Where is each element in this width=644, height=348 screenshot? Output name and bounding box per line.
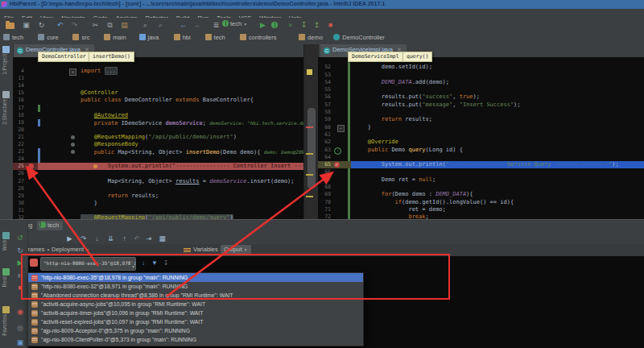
redo-icon[interactable]: ↷	[69, 20, 80, 31]
tool-window-icon-favorites[interactable]	[2, 306, 10, 313]
code-line-68[interactable]: 68	[318, 184, 644, 191]
code-line-53[interactable]: 53	[318, 72, 644, 79]
code-line-28[interactable]: 28	[13, 185, 303, 193]
editor-democontroller[interactable]: 4+import ...131415@Controller16public cl…	[13, 57, 303, 220]
breadcrumb-core[interactable]: core	[38, 34, 59, 43]
stop-icon[interactable]: ■	[325, 20, 336, 31]
step-over-icon[interactable]: ↷	[78, 234, 89, 243]
code-line-16[interactable]: 16public class DemoController extends Ba…	[13, 97, 303, 104]
breakpoint-icon[interactable]: ✓	[334, 162, 340, 168]
scrollbar-thumb[interactable]	[308, 108, 316, 188]
code-line-4[interactable]: 4+import ...	[13, 68, 303, 75]
code-line-64[interactable]: 64	[318, 154, 644, 161]
code-line-55[interactable]: 55	[318, 86, 644, 93]
stop-icon[interactable]: ■	[15, 283, 25, 292]
code-line-20[interactable]: 20	[13, 126, 303, 134]
export-icon[interactable]: ↧	[161, 259, 171, 268]
save-icon[interactable]: ▣	[21, 20, 31, 31]
vcs-update-icon[interactable]: ↧	[299, 20, 309, 31]
breadcrumb-java[interactable]: java	[139, 34, 159, 43]
breadcrumb-democontroller[interactable]: DemoController	[333, 34, 385, 43]
open-icon[interactable]	[6, 23, 14, 29]
mute-breakpoints-icon[interactable]: ◎	[15, 323, 25, 333]
next-occurrence-icon[interactable]: ↓	[138, 259, 148, 268]
thread-selector-dropdown[interactable]: "http-nio-8080-exec-35"@18,978 in group …	[40, 257, 136, 271]
settings-icon[interactable]: ≣	[211, 20, 221, 31]
code-line-70[interactable]: 70 if(demo.getId().longValue() == id){	[318, 199, 644, 206]
code-line-57[interactable]: 57 results.put("message", "Insert Succes…	[318, 102, 644, 109]
undo-icon[interactable]: ↶	[55, 20, 65, 31]
back-icon[interactable]: ←	[178, 20, 188, 31]
thread-row[interactable]: "ajp-nio-8009-Acceptor-0"@5,375 in group…	[28, 326, 363, 335]
run-with-coverage-icon[interactable]: »	[285, 20, 295, 31]
step-into-icon[interactable]: ↓	[92, 234, 102, 243]
breadcrumb-method-right[interactable]: query()	[402, 52, 432, 62]
breadcrumb-tech[interactable]: tech	[3, 34, 23, 43]
tool-window-button-rest[interactable]: Rest	[2, 276, 7, 287]
code-line-69[interactable]: 69 for(Demo demo : DEMO_DATA){	[318, 191, 644, 198]
breadcrumb-demo[interactable]: demo	[299, 34, 323, 43]
force-step-into-icon[interactable]: ⇊	[105, 234, 116, 243]
editor-demoserviceimpl[interactable]: 52 demo.setId(id);5354 DEMO_DATA.add(dem…	[318, 57, 644, 220]
code-line-30[interactable]: 30 }	[13, 200, 303, 207]
code-line-61[interactable]: 61	[318, 131, 644, 139]
code-line-23[interactable]: 23 public Map<String, Object> insertDemo…	[13, 148, 303, 155]
find-icon[interactable]: ⌕	[140, 20, 151, 31]
tab-deployment[interactable]: Deployment ▼	[52, 246, 89, 253]
code-line-60[interactable]: 60− }	[318, 124, 644, 131]
breadcrumb-main[interactable]: main	[104, 34, 126, 43]
breadcrumb-controllers[interactable]: controllers	[240, 34, 277, 43]
breadcrumb-class-right[interactable]: DemoServiceImpl	[348, 52, 403, 62]
tool-window-button-web[interactable]: Web	[2, 240, 7, 251]
restore-layout-icon[interactable]: ▣	[15, 338, 25, 347]
breadcrumb-src[interactable]: src	[72, 34, 89, 43]
code-line-21[interactable]: 21 @RequestMapping("/api/public/demo/ins…	[13, 134, 303, 141]
rerun-icon[interactable]: ↺	[15, 233, 25, 242]
view-breakpoints-icon[interactable]: ◉	[15, 307, 25, 317]
code-line-65[interactable]: 65✓ System.out.println("----------------…	[318, 161, 644, 168]
code-line-14[interactable]: 14	[13, 82, 303, 89]
thread-row[interactable]: "ajp-nio-8009-ClientPoller-0"@5,373 in g…	[28, 335, 363, 344]
thread-row[interactable]: "activiti-acquire-timer-jobs"@10,096 in …	[28, 309, 363, 317]
step-out-icon[interactable]: ↑	[119, 234, 130, 243]
run-icon[interactable]: ▶	[258, 20, 268, 31]
code-line-25[interactable]: 25 System.out.println("---------------- …	[13, 163, 303, 170]
code-line-59[interactable]: 59 return results;	[318, 116, 644, 123]
breadcrumb-method-left[interactable]: insertDemo()	[89, 52, 134, 62]
thread-row[interactable]: "http-nio-8080-exec-32"@18,971 in group …	[28, 282, 363, 291]
run-to-cursor-icon[interactable]: ⇥	[143, 234, 154, 243]
code-line-29[interactable]: 29 return results;	[13, 193, 303, 200]
breadcrumb-class-left[interactable]: DemoController	[38, 52, 90, 62]
thread-row[interactable]: "Abandoned connection cleanup thread"@8,…	[28, 291, 363, 300]
thread-row[interactable]: "activiti-acquire-async-jobs"@10,095 in …	[28, 300, 363, 309]
code-line-62[interactable]: 62 @Override	[318, 139, 644, 146]
code-line-54[interactable]: 54 DEMO_DATA.add(demo);	[318, 79, 644, 86]
code-line-31[interactable]: 31	[13, 207, 303, 214]
debug-icon[interactable]	[271, 22, 278, 28]
tool-window-icon-web[interactable]	[2, 232, 10, 239]
refresh-icon[interactable]: ↻	[15, 246, 25, 255]
tab-variables[interactable]: Variables ▼	[193, 246, 224, 253]
code-line-66[interactable]: 66	[318, 168, 644, 176]
evaluate-expression-icon[interactable]: ▦	[157, 234, 167, 243]
code-line-17[interactable]: 17	[13, 105, 303, 112]
code-line-26[interactable]: 26	[13, 170, 303, 177]
thread-row[interactable]: "http-nio-8080-exec-35"@18,978 in group …	[28, 273, 363, 282]
tool-window-icon-rest[interactable]	[2, 268, 10, 276]
show-execution-point-icon[interactable]: ▶	[64, 234, 75, 243]
tab-output[interactable]: Output ▼	[221, 245, 251, 254]
code-line-71[interactable]: 71 ret = demo;	[318, 206, 644, 213]
sync-icon[interactable]: ↻	[36, 20, 47, 31]
resume-icon[interactable]: ▶	[15, 258, 25, 267]
replace-icon[interactable]: ⌕	[155, 20, 166, 31]
paste-icon[interactable]: ▤	[119, 20, 130, 31]
gutter-marker-icon[interactable]	[71, 135, 75, 139]
vcs-commit-icon[interactable]: ↥	[312, 20, 322, 31]
forward-icon[interactable]: →	[192, 20, 202, 31]
code-line-67[interactable]: 67 Demo ret = null;	[318, 176, 644, 184]
tool-window-button-project[interactable]: 1:Project	[2, 54, 7, 75]
code-line-63[interactable]: 63↑ public Demo query(Long id) {	[318, 147, 644, 154]
tool-window-button-favorites[interactable]: Favorites	[2, 314, 7, 336]
debug-session-tab[interactable]: tech	[37, 221, 63, 230]
code-line-58[interactable]: 58	[318, 109, 644, 116]
